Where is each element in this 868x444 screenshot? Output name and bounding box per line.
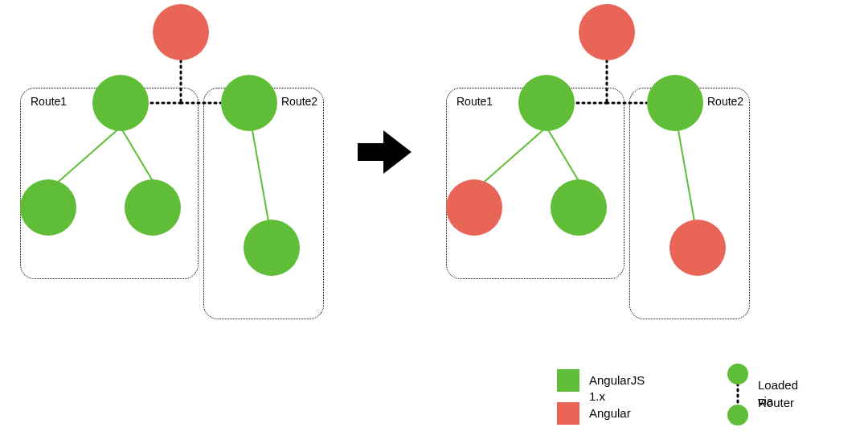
node-left-r1-top (92, 75, 149, 131)
node-right-r1-top (518, 75, 575, 131)
node-right-r1-bl (446, 179, 502, 236)
route-label-left-1: Route1 (31, 95, 67, 108)
svg-marker-1 (383, 130, 411, 174)
legend-label-red: Angular (589, 405, 631, 421)
svg-rect-0 (358, 143, 383, 161)
node-right-r1-br (551, 179, 607, 236)
node-right-r2-b (669, 220, 726, 276)
route-label-left-2: Route2 (281, 95, 317, 108)
node-left-r2-b (244, 220, 300, 276)
root-node-right (579, 4, 635, 60)
legend-label-green: AngularJS 1.x (589, 372, 645, 405)
diagram-canvas: Route1 Route2 Route1 Route2 AngularJS 1.… (0, 0, 868, 444)
node-right-r2-top (647, 75, 703, 131)
legend-swatch-red (557, 402, 579, 425)
node-left-r1-bl (20, 179, 76, 236)
node-left-r2-top (221, 75, 277, 131)
node-left-r1-br (125, 179, 181, 236)
legend-swatch-green (557, 369, 579, 392)
arrow-icon (358, 130, 411, 174)
legend-router-node-bottom (727, 405, 748, 426)
legend-router-node-top (727, 364, 748, 384)
route-label-right-2: Route2 (707, 95, 743, 108)
route-label-right-1: Route1 (457, 95, 493, 108)
legend-router-label-2: Router (758, 395, 794, 411)
root-node-left (153, 4, 209, 60)
